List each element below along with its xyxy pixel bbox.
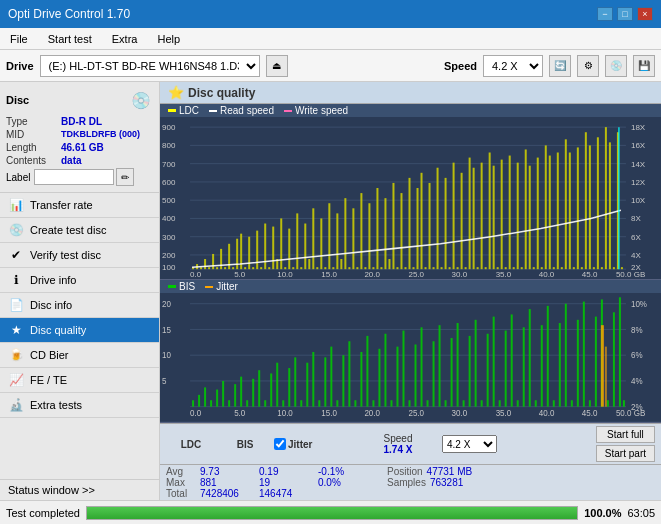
svg-rect-227 — [511, 315, 513, 407]
sidebar-item-disc-quality[interactable]: ★ Disc quality — [0, 318, 159, 343]
start-full-button[interactable]: Start full — [596, 426, 655, 443]
settings-button[interactable]: ⚙ — [577, 55, 599, 77]
sidebar-item-cd-bier[interactable]: 🍺 CD Bier — [0, 343, 159, 368]
read-speed-legend: Read speed — [209, 105, 274, 116]
ldc-legend-color — [168, 109, 176, 112]
svg-rect-146 — [621, 267, 623, 269]
sidebar-item-label: Disc info — [30, 299, 72, 311]
svg-rect-195 — [318, 401, 320, 407]
svg-text:0.0: 0.0 — [190, 408, 202, 418]
menu-start-test[interactable]: Start test — [42, 32, 98, 46]
svg-rect-241 — [595, 317, 597, 407]
svg-rect-200 — [348, 342, 350, 407]
svg-rect-233 — [547, 306, 549, 407]
svg-text:16X: 16X — [631, 141, 646, 150]
svg-rect-127 — [545, 145, 547, 269]
eject-button[interactable]: ⏏ — [266, 55, 288, 77]
sidebar-item-verify-test-disc[interactable]: ✔ Verify test disc — [0, 243, 159, 268]
sidebar-item-fe-te[interactable]: 📈 FE / TE — [0, 368, 159, 393]
svg-rect-59 — [272, 227, 274, 270]
svg-text:8X: 8X — [631, 214, 641, 223]
svg-rect-183 — [246, 401, 248, 407]
svg-rect-89 — [392, 183, 394, 269]
svg-text:500: 500 — [162, 196, 176, 205]
disc-label-input[interactable] — [34, 169, 114, 185]
svg-rect-114 — [493, 166, 495, 269]
svg-rect-231 — [535, 401, 537, 407]
stats-bar: LDC BIS Jitter Speed 1.74 X 4.2 X Start … — [160, 423, 661, 464]
speed-header: Speed — [384, 433, 413, 444]
close-button[interactable]: × — [637, 7, 653, 21]
svg-rect-131 — [561, 267, 563, 269]
disc-mid-label: MID — [6, 129, 61, 140]
total-ldc-value: 7428406 — [200, 488, 255, 499]
transfer-rate-icon: 📊 — [8, 197, 24, 213]
svg-rect-228 — [517, 401, 519, 407]
svg-rect-74 — [332, 267, 334, 269]
svg-rect-79 — [352, 208, 354, 269]
disc-quality-header: ⭐ Disc quality — [160, 82, 661, 104]
svg-rect-53 — [248, 237, 250, 269]
menu-file[interactable]: File — [4, 32, 34, 46]
disc-label-edit-button[interactable]: ✏ — [116, 168, 134, 186]
svg-text:35.0: 35.0 — [496, 408, 512, 418]
svg-rect-190 — [288, 368, 290, 407]
disc-quality-header-icon: ⭐ — [168, 85, 184, 100]
svg-rect-84 — [372, 267, 374, 269]
menu-extra[interactable]: Extra — [106, 32, 144, 46]
svg-rect-223 — [487, 334, 489, 407]
svg-rect-85 — [376, 188, 378, 269]
sidebar-item-create-test-disc[interactable]: 💿 Create test disc — [0, 218, 159, 243]
sidebar-item-label: Extra tests — [30, 399, 82, 411]
svg-rect-178 — [216, 390, 218, 407]
sidebar-item-transfer-rate[interactable]: 📊 Transfer rate — [0, 193, 159, 218]
svg-rect-118 — [509, 156, 511, 270]
drive-select[interactable]: (E:) HL-DT-ST BD-RE WH16NS48 1.D3 — [40, 55, 260, 77]
svg-rect-191 — [294, 358, 296, 407]
speed-select[interactable]: 4.2 X — [483, 55, 543, 77]
svg-rect-119 — [513, 267, 515, 269]
minimize-button[interactable]: − — [597, 7, 613, 21]
sidebar-item-extra-tests[interactable]: 🔬 Extra tests — [0, 393, 159, 418]
svg-text:400: 400 — [162, 214, 176, 223]
refresh-button[interactable]: 🔄 — [549, 55, 571, 77]
svg-rect-181 — [234, 384, 236, 407]
svg-rect-125 — [537, 158, 539, 270]
svg-rect-105 — [457, 267, 459, 269]
disc-info-icon: 📄 — [8, 297, 24, 313]
sidebar-item-drive-info[interactable]: ℹ Drive info — [0, 268, 159, 293]
svg-text:6X: 6X — [631, 233, 641, 242]
menu-help[interactable]: Help — [151, 32, 186, 46]
svg-rect-203 — [366, 336, 368, 407]
start-part-button[interactable]: Start part — [596, 445, 655, 462]
svg-text:10.0: 10.0 — [277, 408, 293, 418]
position-value: 47731 MB — [427, 466, 473, 477]
status-window-button[interactable]: Status window >> — [0, 479, 159, 500]
svg-text:20.0: 20.0 — [364, 270, 380, 279]
sidebar-item-label: FE / TE — [30, 374, 67, 386]
svg-rect-128 — [549, 156, 551, 270]
svg-text:5.0: 5.0 — [234, 270, 246, 279]
svg-rect-87 — [384, 198, 386, 269]
svg-rect-143 — [609, 142, 611, 269]
svg-rect-73 — [328, 203, 330, 269]
svg-text:50.0 GB: 50.0 GB — [616, 408, 646, 418]
write-speed-legend-color — [284, 110, 292, 112]
disc-button[interactable]: 💿 — [605, 55, 627, 77]
jitter-col-header: Jitter — [288, 439, 312, 450]
svg-rect-113 — [489, 153, 491, 270]
svg-rect-123 — [529, 166, 531, 269]
sidebar-item-disc-info[interactable]: 📄 Disc info — [0, 293, 159, 318]
svg-text:45.0: 45.0 — [582, 270, 598, 279]
svg-rect-75 — [336, 213, 338, 269]
disc-contents-label: Contents — [6, 155, 61, 166]
quality-speed-select[interactable]: 4.2 X — [442, 435, 497, 453]
svg-rect-68 — [308, 259, 310, 269]
save-button[interactable]: 💾 — [633, 55, 655, 77]
jitter-checkbox[interactable] — [274, 438, 286, 450]
bis-chart-svg: 20 15 10 5 10% 8% 6% 4% 2% 0.0 5.0 10.0 … — [160, 293, 661, 422]
svg-rect-110 — [477, 267, 479, 269]
maximize-button[interactable]: □ — [617, 7, 633, 21]
svg-text:50.0 GB: 50.0 GB — [616, 270, 645, 279]
svg-text:14X: 14X — [631, 160, 646, 169]
